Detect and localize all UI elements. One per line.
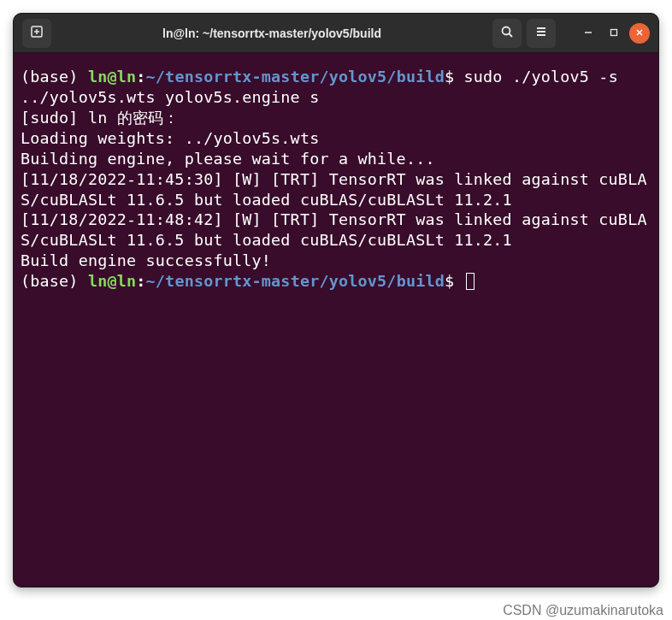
- menu-button[interactable]: [527, 19, 556, 48]
- svg-line-4: [510, 34, 513, 38]
- prompt-user: ln: [88, 68, 108, 86]
- titlebar-right: [492, 19, 650, 48]
- svg-point-3: [503, 27, 510, 35]
- svg-rect-9: [611, 30, 617, 36]
- terminal-output[interactable]: (base) ln@ln:~/tensorrtx-master/yolov5/b…: [14, 53, 658, 305]
- titlebar: ln@ln: ~/tensorrtx-master/yolov5/build: [14, 14, 658, 53]
- prompt-colon: :: [136, 68, 145, 86]
- terminal-window: ln@ln: ~/tensorrtx-master/yolov5/build: [13, 13, 659, 588]
- output-building: Building engine, please wait for a while…: [21, 150, 435, 168]
- maximize-icon: [610, 27, 618, 39]
- new-tab-icon: [30, 25, 44, 41]
- output-sudo-prompt: [sudo] ln 的密码：: [21, 109, 180, 127]
- window-title: ln@ln: ~/tensorrtx-master/yolov5/build: [55, 27, 489, 40]
- prompt-env: (base): [21, 68, 88, 86]
- prompt-dollar: $: [445, 68, 454, 86]
- output-success: Build engine successfully!: [21, 251, 271, 269]
- close-button[interactable]: [629, 23, 650, 44]
- titlebar-left: [22, 19, 51, 48]
- prompt-at: @: [107, 68, 116, 86]
- minimize-button[interactable]: [578, 23, 598, 44]
- prompt-dollar-2: $: [445, 272, 454, 290]
- prompt-host-2: ln: [117, 272, 137, 290]
- close-icon: [635, 27, 644, 39]
- output-warning-2: [11/18/2022-11:48:42] [W] [TRT] TensorRT…: [21, 210, 647, 249]
- watermark: CSDN @uzumakinarutoka: [503, 603, 663, 618]
- maximize-button[interactable]: [604, 23, 624, 44]
- prompt-user-2: ln: [88, 272, 108, 290]
- minimize-icon: [584, 27, 592, 39]
- prompt-path: ~/tensorrtx-master/yolov5/build: [146, 68, 445, 86]
- hamburger-icon: [534, 25, 548, 41]
- output-warning-1: [11/18/2022-11:45:30] [W] [TRT] TensorRT…: [21, 170, 647, 209]
- prompt-at-2: @: [107, 272, 116, 290]
- prompt-host: ln: [117, 68, 137, 86]
- search-button[interactable]: [492, 19, 522, 48]
- prompt-env-2: (base): [21, 272, 88, 290]
- output-loading: Loading weights: ../yolov5s.wts: [21, 129, 319, 147]
- prompt-colon-2: :: [136, 272, 145, 290]
- prompt-path-2: ~/tensorrtx-master/yolov5/build: [146, 272, 445, 290]
- new-tab-button[interactable]: [22, 19, 51, 48]
- cursor: [466, 273, 475, 290]
- search-icon: [500, 25, 514, 41]
